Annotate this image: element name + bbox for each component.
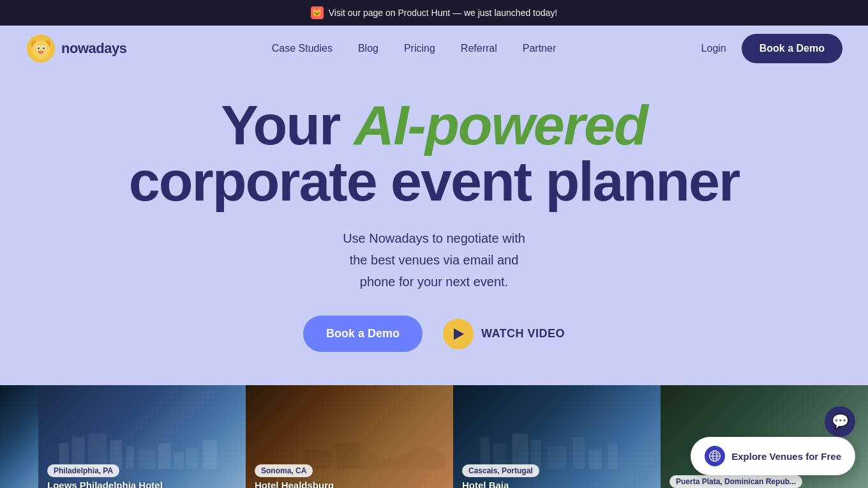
globe-icon <box>705 446 725 466</box>
venue-card-info-3: Cascais, Portugal Hotel Baia <box>453 458 661 488</box>
chat-icon: 💬 <box>832 413 849 430</box>
announcement-bar: 🐱 Visit our page on Product Hunt — we ju… <box>0 0 868 26</box>
venue-card-philadelphia[interactable]: Philadelphia, PA Loews Philadelphia Hote… <box>38 385 246 488</box>
announcement-text: Visit our page on Product Hunt — we just… <box>329 8 558 18</box>
nav-case-studies[interactable]: Case Studies <box>272 43 333 54</box>
hero-title-your: Your <box>221 93 354 156</box>
play-circle-icon <box>443 319 474 349</box>
watch-video-button[interactable]: WATCH VIDEO <box>443 319 565 349</box>
nav-right: Login Book a Demo <box>701 34 842 63</box>
hero-subtitle: Use Nowadays to negotiate with the best … <box>13 227 855 293</box>
venue-card-info-1: Philadelphia, PA Loews Philadelphia Hote… <box>38 458 246 488</box>
book-demo-hero-button[interactable]: Book a Demo <box>303 316 423 352</box>
venue-location-4: Puerta Plata, Dominican Repub... <box>670 475 802 488</box>
nav-partner[interactable]: Partner <box>523 43 556 54</box>
login-link[interactable]: Login <box>701 43 726 54</box>
hero-title-ai: AI-powered <box>354 93 647 156</box>
hero-title-line1: Your AI-powered <box>221 93 647 156</box>
book-demo-nav-button[interactable]: Book a Demo <box>742 34 842 63</box>
venue-card-edge[interactable] <box>0 385 38 488</box>
product-hunt-icon: 🐱 <box>311 6 324 19</box>
explore-venues-label: Explore Venues for Free <box>731 451 841 462</box>
venue-card-info-2: Sonoma, CA Hotel Healdsburg <box>246 458 453 488</box>
svg-point-7 <box>43 47 45 49</box>
globe-svg <box>708 450 721 462</box>
logo-wordmark: nowadays <box>61 40 126 57</box>
watch-video-label: WATCH VIDEO <box>481 327 565 340</box>
venue-name-1: Loews Philadelphia Hotel <box>47 480 237 488</box>
hero-buttons: Book a Demo WATCH VIDEO <box>13 316 855 352</box>
nav-blog[interactable]: Blog <box>358 43 378 54</box>
logo-dog-icon <box>26 33 56 64</box>
play-triangle-icon <box>454 328 464 340</box>
nav-referral[interactable]: Referral <box>461 43 497 54</box>
hero-section: Your AI-powered corporate event planner … <box>0 72 868 365</box>
venue-card-cascais[interactable]: Cascais, Portugal Hotel Baia <box>453 385 661 488</box>
hero-title-line2: corporate event planner <box>129 149 740 213</box>
chat-button[interactable]: 💬 <box>825 406 855 437</box>
venue-location-1: Philadelphia, PA <box>47 464 119 477</box>
venue-location-3: Cascais, Portugal <box>462 464 539 477</box>
main-nav: nowadays Case Studies Blog Pricing Refer… <box>0 26 868 72</box>
hero-title: Your AI-powered corporate event planner <box>13 97 855 210</box>
venue-name-3: Hotel Baia <box>462 480 652 488</box>
svg-point-6 <box>38 47 40 49</box>
logo[interactable]: nowadays <box>26 33 126 64</box>
nav-links: Case Studies Blog Pricing Referral Partn… <box>272 43 556 54</box>
venue-location-2: Sonoma, CA <box>255 464 313 477</box>
explore-venues-button[interactable]: Explore Venues for Free <box>691 437 855 475</box>
nav-pricing[interactable]: Pricing <box>404 43 435 54</box>
venue-name-2: Hotel Healdsburg <box>255 480 444 488</box>
svg-point-3 <box>32 41 50 59</box>
venue-card-sonoma[interactable]: Sonoma, CA Hotel Healdsburg <box>246 385 453 488</box>
